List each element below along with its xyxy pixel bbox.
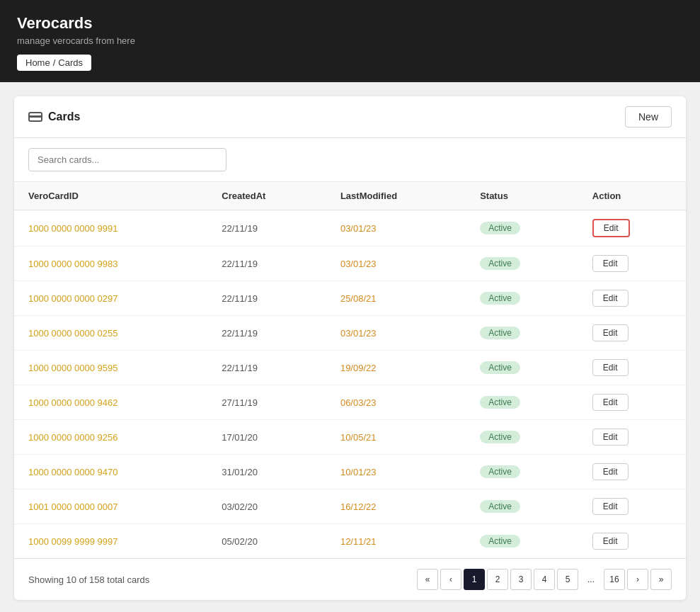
card-id-link[interactable]: 1000 0000 0000 9595 [28, 363, 118, 373]
cell-action: Edit [578, 385, 686, 420]
breadcrumb: Home / Cards [17, 55, 91, 71]
card-id-link[interactable]: 1000 0000 0000 9983 [28, 259, 118, 269]
cell-last-modified: 03/01/23 [326, 246, 466, 281]
col-header-status: Status [466, 182, 578, 210]
col-header-id: VeroCardID [14, 182, 207, 210]
cell-last-modified: 19/09/22 [326, 351, 466, 385]
edit-button[interactable]: Edit [592, 324, 629, 341]
cell-status: Active [466, 489, 578, 524]
cards-table: VeroCardID CreatedAt LastModified Status… [14, 182, 686, 558]
card-id-link[interactable]: 1000 0000 0000 9991 [28, 223, 118, 234]
app-title: Verocards [17, 14, 683, 33]
cell-created-at: 31/01/20 [207, 455, 326, 489]
cell-card-id: 1000 0000 0000 9462 [14, 385, 207, 420]
card-id-link[interactable]: 1000 0000 0000 9256 [28, 432, 118, 443]
card-id-link[interactable]: 1000 0000 0000 9470 [28, 467, 118, 477]
panel-title-text: Cards [48, 110, 80, 123]
breadcrumb-current: Cards [58, 57, 83, 68]
table-row: 1000 0000 0000 999122/11/1903/01/23Activ… [14, 210, 686, 246]
cell-action: Edit [578, 489, 686, 524]
cell-action: Edit [578, 524, 686, 559]
breadcrumb-home[interactable]: Home [25, 57, 50, 68]
pagination-prev[interactable]: ‹ [440, 569, 461, 590]
cell-action: Edit [578, 351, 686, 385]
pagination-page-5[interactable]: 5 [557, 569, 578, 590]
edit-button[interactable]: Edit [592, 498, 629, 515]
cell-status: Active [466, 420, 578, 455]
pagination-page-2[interactable]: 2 [487, 569, 508, 590]
footer-info: Showing 10 of 158 total cards [28, 574, 149, 585]
table-row: 1000 0000 0000 947031/01/2010/01/23Activ… [14, 455, 686, 489]
panel-footer: Showing 10 of 158 total cards « ‹ 1 2 3 … [14, 558, 686, 600]
cards-panel: Cards New VeroCardID CreatedAt LastModif… [14, 96, 686, 600]
edit-button[interactable]: Edit [592, 394, 629, 411]
pagination-next[interactable]: › [627, 569, 648, 590]
pagination: « ‹ 1 2 3 4 5 ... 16 › » [417, 569, 672, 590]
app-header: Verocards manage verocards from here Hom… [0, 0, 700, 82]
cell-card-id: 1001 0000 0000 0007 [14, 489, 207, 524]
cell-last-modified: 10/05/21 [326, 420, 466, 455]
cell-last-modified: 03/01/23 [326, 316, 466, 351]
cell-action: Edit [578, 281, 686, 316]
edit-button[interactable]: Edit [592, 533, 629, 550]
table-row: 1000 0000 0000 946227/11/1906/03/23Activ… [14, 385, 686, 420]
card-id-link[interactable]: 1000 0000 0000 0297 [28, 293, 118, 304]
card-id-link[interactable]: 1001 0000 0000 0007 [28, 502, 118, 512]
cell-card-id: 1000 0000 0000 9470 [14, 455, 207, 489]
col-header-created: CreatedAt [207, 182, 326, 210]
pagination-page-4[interactable]: 4 [534, 569, 555, 590]
card-id-link[interactable]: 1000 0000 0000 0255 [28, 328, 118, 339]
main-content: Cards New VeroCardID CreatedAt LastModif… [0, 82, 700, 612]
cell-created-at: 27/11/19 [207, 385, 326, 420]
table-row: 1000 0000 0000 998322/11/1903/01/23Activ… [14, 246, 686, 281]
edit-button[interactable]: Edit [592, 359, 629, 376]
cell-status: Active [466, 246, 578, 281]
status-badge: Active [480, 222, 520, 234]
status-badge: Active [480, 361, 520, 374]
cell-status: Active [466, 210, 578, 246]
cell-card-id: 1000 0000 0000 9991 [14, 210, 207, 246]
cell-created-at: 22/11/19 [207, 316, 326, 351]
cell-card-id: 1000 0000 0000 0255 [14, 316, 207, 351]
edit-button[interactable]: Edit [592, 255, 629, 272]
card-id-link[interactable]: 1000 0099 9999 9997 [28, 536, 118, 547]
cell-card-id: 1000 0099 9999 9997 [14, 524, 207, 559]
table-row: 1000 0000 0000 025522/11/1903/01/23Activ… [14, 316, 686, 351]
cell-action: Edit [578, 246, 686, 281]
cell-created-at: 22/11/19 [207, 246, 326, 281]
cell-status: Active [466, 316, 578, 351]
pagination-page-3[interactable]: 3 [510, 569, 532, 590]
cell-created-at: 22/11/19 [207, 281, 326, 316]
status-badge: Active [480, 465, 520, 478]
cell-action: Edit [578, 455, 686, 489]
cell-status: Active [466, 385, 578, 420]
app-subtitle: manage verocards from here [17, 35, 683, 46]
pagination-page-1[interactable]: 1 [464, 569, 485, 590]
table-row: 1001 0000 0000 000703/02/2016/12/22Activ… [14, 489, 686, 524]
pagination-last[interactable]: » [650, 569, 672, 590]
pagination-first[interactable]: « [417, 569, 438, 590]
cell-created-at: 17/01/20 [207, 420, 326, 455]
edit-button[interactable]: Edit [592, 290, 629, 307]
cell-last-modified: 06/03/23 [326, 385, 466, 420]
table-row: 1000 0000 0000 925617/01/2010/05/21Activ… [14, 420, 686, 455]
search-input[interactable] [28, 148, 226, 171]
cell-card-id: 1000 0000 0000 9983 [14, 246, 207, 281]
cell-created-at: 03/02/20 [207, 489, 326, 524]
status-badge: Active [480, 257, 520, 270]
new-button[interactable]: New [625, 106, 672, 128]
cell-last-modified: 25/08/21 [326, 281, 466, 316]
status-badge: Active [480, 431, 520, 443]
edit-button[interactable]: Edit [592, 463, 629, 480]
edit-button[interactable]: Edit [592, 429, 629, 446]
card-id-link[interactable]: 1000 0000 0000 9462 [28, 397, 118, 408]
cell-last-modified: 10/01/23 [326, 455, 466, 489]
cell-created-at: 22/11/19 [207, 351, 326, 385]
card-icon [28, 112, 42, 122]
pagination-dots: ... [580, 569, 602, 590]
cell-card-id: 1000 0000 0000 9595 [14, 351, 207, 385]
cell-card-id: 1000 0000 0000 0297 [14, 281, 207, 316]
cell-last-modified: 03/01/23 [326, 210, 466, 246]
pagination-last-page[interactable]: 16 [604, 569, 625, 590]
edit-button[interactable]: Edit [592, 219, 630, 237]
